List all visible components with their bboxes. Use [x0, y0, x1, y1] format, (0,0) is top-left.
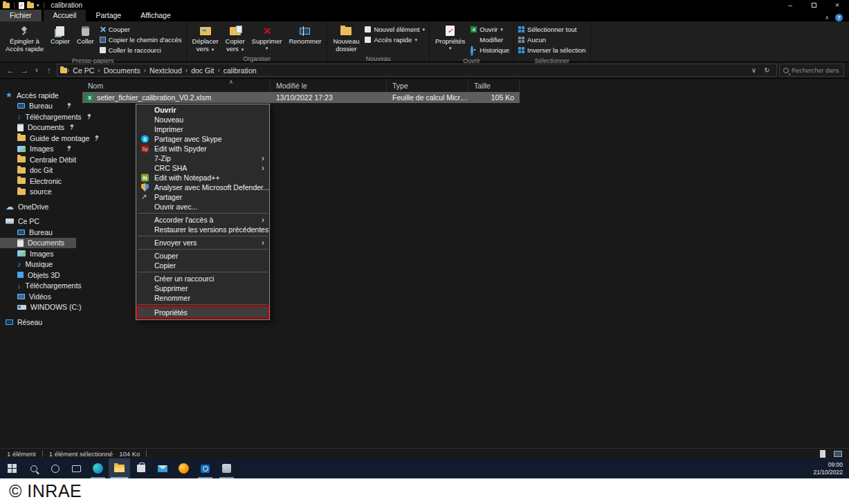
sidebar-item-source[interactable]: source	[0, 187, 76, 198]
sidebar-item-guide-de-montage[interactable]: Guide de montage	[0, 133, 76, 144]
address-field[interactable]: › Ce PC › Documents › Nextcloud › doc Gi…	[57, 64, 777, 77]
taskbar-explorer-button[interactable]	[109, 458, 130, 478]
context-menu-item-edit-with-spyder[interactable]: Sp Edit with Spyder	[136, 144, 269, 153]
copy-button[interactable]: Copier	[47, 23, 73, 47]
details-view-button[interactable]	[817, 449, 828, 458]
context-menu-item-restaurer-versions[interactable]: Restaurer les versions précédentes	[136, 225, 269, 234]
move-to-button[interactable]: Déplacer vers▾	[189, 23, 222, 55]
context-menu-item-envoyer-vers[interactable]: Envoyer vers ›	[136, 238, 269, 248]
maximize-button[interactable]	[802, 0, 825, 10]
taskbar-mail-button[interactable]	[152, 458, 173, 478]
sidebar-item-electronic[interactable]: Electronic	[0, 176, 76, 187]
sidebar-item-images-qa[interactable]: Images	[0, 144, 76, 155]
context-menu-item-analyser-defender[interactable]: Analyser avec Microsoft Defender...	[136, 183, 269, 192]
open-button[interactable]: X Ouvrir ▾	[471, 26, 509, 33]
paste-button[interactable]: Coller	[73, 23, 98, 47]
context-menu-item-ouvrir[interactable]: Ouvrir	[136, 105, 269, 115]
context-menu-item-renommer[interactable]: Renommer	[136, 293, 269, 303]
sidebar-item-pc-documents[interactable]: Documents	[0, 238, 76, 249]
taskbar-app-button[interactable]	[216, 458, 237, 478]
new-folder-button[interactable]: Nouveau dossier	[329, 23, 363, 55]
rename-button[interactable]: Renommer	[285, 23, 325, 47]
breadcrumb-nextcloud[interactable]: Nextcloud	[146, 66, 185, 75]
context-menu-item-supprimer[interactable]: Supprimer	[136, 283, 269, 293]
sidebar-item-bureau[interactable]: Bureau	[0, 101, 76, 112]
copy-to-button[interactable]: Copier vers▾	[222, 23, 248, 55]
invert-selection-button[interactable]: Inverser la sélection	[518, 46, 585, 54]
context-menu-item-copier[interactable]: Copier	[136, 261, 269, 270]
cortana-button[interactable]	[44, 458, 66, 478]
sidebar-item-pc-windows-c[interactable]: WINDOWS (C:)	[0, 302, 76, 313]
context-menu-item-7-zip[interactable]: 7-Zip ›	[136, 153, 269, 163]
breadcrumb-ce-pc[interactable]: Ce PC	[69, 66, 98, 75]
context-menu-item-crc-sha[interactable]: CRC SHA ›	[136, 163, 269, 173]
edit-button[interactable]: Modifier	[471, 36, 509, 44]
sidebar-item-onedrive[interactable]: ☁ OneDrive	[0, 201, 76, 212]
address-dropdown-icon[interactable]: ∨	[747, 66, 760, 74]
qat-properties-icon[interactable]: ✓	[19, 2, 24, 9]
context-menu-item-creer-raccourci[interactable]: Créer un raccourci	[136, 274, 269, 283]
file-row-selected[interactable]: X setier_fichier_calibration_V0.2.xlsm 1…	[82, 92, 520, 103]
recent-locations-icon[interactable]: ∨	[33, 68, 41, 73]
context-menu-item-partager-avec-skype[interactable]: S Partager avec Skype	[136, 134, 269, 144]
taskbar-store-button[interactable]	[130, 458, 152, 478]
search-input[interactable]	[792, 67, 840, 74]
select-none-button[interactable]: Aucun	[518, 36, 585, 44]
context-menu-item-accorder-acces[interactable]: Accorder l'accès à ›	[136, 215, 269, 225]
close-button[interactable]: ×	[825, 0, 849, 10]
delete-button[interactable]: × Supprimer ▾	[248, 23, 286, 52]
paste-shortcut-button[interactable]: Coller le raccourci	[100, 46, 182, 54]
column-header-taille[interactable]: Taille	[468, 79, 520, 92]
copy-path-button[interactable]: Copier le chemin d'accès	[100, 36, 182, 44]
sidebar-item-pc-telechargements[interactable]: ↓ Téléchargements	[0, 281, 76, 292]
back-button[interactable]: ←	[5, 66, 17, 75]
new-item-button[interactable]: Nouvel élément ▾	[365, 26, 425, 33]
column-header-modifie-le[interactable]: Modifié le	[271, 79, 387, 92]
sidebar-item-quick-access[interactable]: ★ Accès rapide	[0, 90, 76, 101]
context-menu-item-ouvrir-avec[interactable]: Ouvrir avec...	[136, 202, 269, 212]
sidebar-item-pc-images[interactable]: Images	[0, 248, 76, 259]
sidebar-item-documents-qa[interactable]: Documents	[0, 122, 76, 133]
tab-affichage[interactable]: Affichage	[131, 10, 181, 21]
breadcrumb-documents[interactable]: Documents	[100, 66, 144, 75]
history-button[interactable]: Historique	[471, 46, 509, 54]
taskbar-firefox-button[interactable]	[173, 458, 194, 478]
context-menu-item-couper[interactable]: Couper	[136, 251, 269, 261]
select-all-button[interactable]: Sélectionner tout	[518, 26, 585, 33]
pin-to-quick-access-button[interactable]: Épingler à Accès rapide	[2, 23, 47, 55]
sidebar-item-pc-videos[interactable]: Vidéos	[0, 291, 76, 302]
sidebar-item-reseau[interactable]: Réseau	[0, 317, 76, 328]
minimize-button[interactable]: –	[778, 0, 802, 10]
taskbar-edge-button[interactable]	[87, 458, 109, 478]
breadcrumb-doc-git[interactable]: doc Git	[188, 66, 217, 75]
tab-fichier[interactable]: Fichier	[0, 10, 42, 21]
sidebar-item-pc-musique[interactable]: ♪ Musique	[0, 259, 76, 270]
cut-button[interactable]: Couper	[100, 26, 182, 33]
sidebar-item-pc-objets-3d[interactable]: Objets 3D	[0, 270, 76, 281]
column-header-type[interactable]: Type	[387, 79, 468, 92]
easy-access-button[interactable]: Accès rapide ▾	[365, 36, 425, 44]
up-button[interactable]: ↑	[43, 66, 55, 75]
qat-dropdown-icon[interactable]: ▾	[37, 3, 39, 8]
search-box[interactable]	[779, 64, 844, 77]
sidebar-item-ce-pc[interactable]: Ce PC	[0, 216, 76, 227]
tab-accueil[interactable]: Accueil	[44, 10, 86, 21]
thumbnail-view-button[interactable]	[832, 449, 843, 458]
sidebar-item-pc-bureau[interactable]: Bureau	[0, 227, 76, 238]
task-view-button[interactable]	[66, 458, 87, 478]
properties-button[interactable]: ✓ Propriétés ▾	[432, 23, 468, 52]
taskbar-clock[interactable]: 09:00 21/10/2022	[813, 458, 849, 478]
taskbar-search-button[interactable]	[23, 458, 44, 478]
breadcrumb-calibration[interactable]: calibration	[220, 66, 260, 75]
sidebar-item-telechargements[interactable]: ↓ Téléchargements	[0, 111, 76, 122]
column-header-nom[interactable]: Nom	[82, 79, 271, 92]
refresh-icon[interactable]: ↻	[760, 66, 774, 74]
help-icon[interactable]: ?	[835, 14, 843, 21]
context-menu-item-edit-with-notepad[interactable]: N Edit with Notepad++	[136, 173, 269, 183]
qat-folder-icon[interactable]	[27, 3, 34, 8]
sidebar-item-doc-git[interactable]: doc Git	[0, 165, 76, 176]
sidebar-item-centrale-debit[interactable]: Centrale Débit	[0, 154, 76, 165]
start-button[interactable]	[1, 458, 23, 478]
context-menu-item-partager[interactable]: ↗ Partager	[136, 192, 269, 202]
context-menu-item-imprimer[interactable]: Imprimer	[136, 124, 269, 134]
